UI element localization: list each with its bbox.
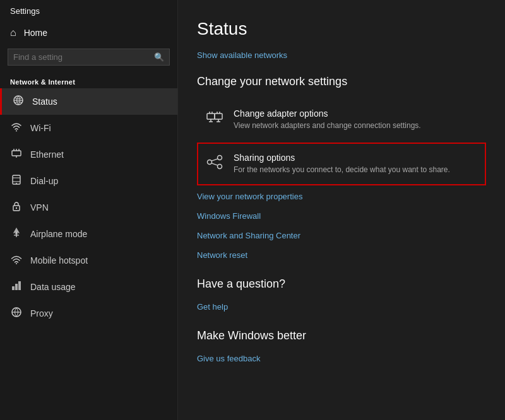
proxy-label: Proxy (30, 308, 53, 318)
search-icon: 🔍 (154, 52, 164, 62)
sharing-title: Sharing options (234, 153, 450, 163)
airplane-icon (10, 227, 23, 241)
svg-point-35 (218, 164, 222, 168)
svg-line-36 (211, 159, 218, 161)
sharing-icon (206, 154, 223, 174)
app-title: Settings (0, 0, 177, 21)
svg-rect-23 (215, 114, 222, 119)
datausage-icon (10, 280, 23, 294)
svg-line-37 (211, 163, 218, 165)
sidebar-item-vpn[interactable]: VPN (0, 194, 177, 221)
svg-point-33 (208, 160, 212, 164)
firewall-link[interactable]: Windows Firewall (197, 206, 486, 226)
svg-rect-18 (15, 284, 18, 290)
sidebar-item-dialup[interactable]: Dial-up (0, 168, 177, 194)
svg-point-13 (16, 207, 17, 209)
svg-point-16 (16, 263, 17, 264)
sharing-center-link[interactable]: Network and Sharing Center (197, 226, 486, 245)
network-properties-link[interactable]: View your network properties (197, 187, 486, 206)
main-content: Status Show available networks Change yo… (178, 0, 505, 420)
sidebar-item-status[interactable]: Status (0, 88, 177, 115)
sidebar-item-hotspot[interactable]: Mobile hotspot (0, 247, 177, 274)
home-label: Home (24, 28, 47, 38)
svg-point-2 (16, 131, 17, 132)
search-box: 🔍 (8, 49, 170, 66)
show-networks-link[interactable]: Show available networks (197, 50, 486, 60)
wifi-icon (10, 121, 23, 135)
search-input[interactable] (13, 52, 154, 62)
airplane-label: Airplane mode (30, 229, 87, 239)
sidebar-item-wifi[interactable]: Wi-Fi (0, 115, 177, 141)
sidebar-section-label: Network & Internet (0, 73, 177, 88)
svg-point-34 (218, 155, 222, 160)
adapter-desc: View network adapters and change connect… (234, 120, 421, 131)
proxy-icon (10, 306, 23, 320)
adapter-title: Change adapter options (234, 108, 421, 119)
dialup-icon (10, 174, 23, 188)
wifi-label: Wi-Fi (30, 123, 51, 133)
svg-point-11 (16, 183, 17, 184)
network-reset-link[interactable]: Network reset (197, 245, 486, 265)
give-feedback-link[interactable]: Give us feedback (197, 349, 486, 368)
get-help-link[interactable]: Get help (197, 297, 486, 317)
adapter-text: Change adapter options View network adap… (234, 108, 421, 131)
home-nav-item[interactable]: ⌂ Home (0, 21, 177, 45)
svg-rect-19 (18, 281, 21, 290)
sidebar-item-ethernet[interactable]: Ethernet (0, 141, 177, 168)
page-title: Status (197, 19, 486, 39)
adapter-icon (206, 110, 223, 130)
vpn-icon (10, 201, 23, 214)
vpn-label: VPN (30, 202, 49, 213)
sidebar: Settings ⌂ Home 🔍 Network & Internet Sta… (0, 0, 178, 420)
dialup-label: Dial-up (30, 176, 58, 186)
svg-rect-3 (12, 151, 21, 156)
ethernet-label: Ethernet (30, 149, 64, 160)
status-label: Status (32, 96, 57, 107)
hotspot-label: Mobile hotspot (30, 255, 88, 265)
sidebar-item-datausage[interactable]: Data usage (0, 274, 177, 300)
hotspot-icon (10, 254, 23, 267)
change-adapter-item[interactable]: Change adapter options View network adap… (197, 98, 486, 141)
change-settings-heading: Change your network settings (197, 75, 486, 88)
make-better-heading: Make Windows better (197, 329, 486, 342)
datausage-label: Data usage (30, 282, 76, 292)
svg-rect-8 (13, 175, 20, 184)
sharing-text: Sharing options For the networks you con… (234, 153, 450, 175)
sharing-desc: For the networks you connect to, decide … (234, 165, 450, 175)
sidebar-item-airplane[interactable]: Airplane mode (0, 221, 177, 247)
have-question-heading: Have a question? (197, 277, 486, 291)
sidebar-item-proxy[interactable]: Proxy (0, 300, 177, 327)
ethernet-icon (10, 148, 23, 161)
sharing-options-item[interactable]: Sharing options For the networks you con… (197, 143, 486, 185)
svg-rect-17 (12, 286, 15, 290)
home-icon: ⌂ (10, 27, 16, 38)
status-icon (12, 95, 25, 108)
svg-rect-22 (207, 114, 215, 119)
